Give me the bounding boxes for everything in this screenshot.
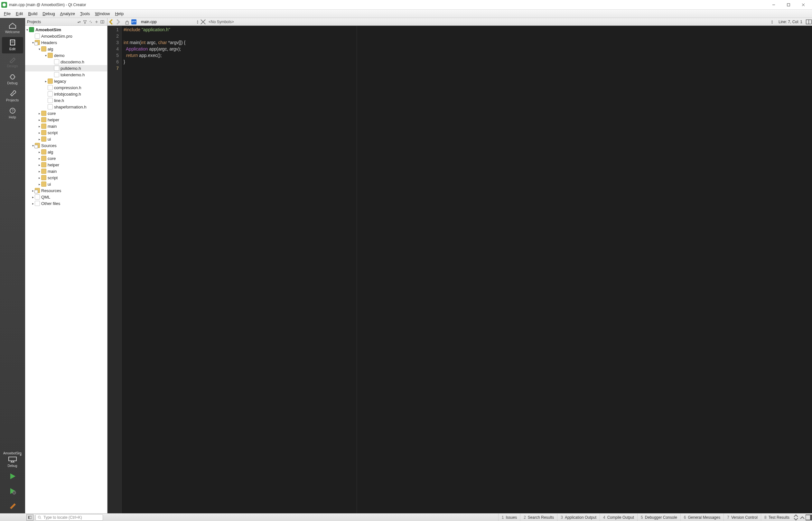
code-token: app(argc, argv); xyxy=(148,46,181,51)
mode-design[interactable]: Design xyxy=(2,54,23,70)
tree-resources[interactable]: ▸Resources xyxy=(25,187,107,194)
tree-headers[interactable]: ▾Headers xyxy=(25,39,107,46)
project-tree[interactable]: ▾AmoebotSim ▸AmoebotSim.pro ▾Headers ▾al… xyxy=(25,26,107,513)
tree-other[interactable]: ▸Other files xyxy=(25,200,107,207)
tree-qml[interactable]: ▸QML xyxy=(25,194,107,200)
run-button[interactable] xyxy=(3,470,22,482)
line-number: 3 xyxy=(108,39,119,46)
pane-compile-output[interactable]: 4Compile Output xyxy=(600,514,637,521)
tree-sources[interactable]: ▾Sources xyxy=(25,142,107,149)
mode-debug-label: Debug xyxy=(7,81,17,85)
menu-edit[interactable]: Edit xyxy=(13,10,25,18)
tree-file-pulldemo[interactable]: pulldemo.h xyxy=(25,65,107,71)
tree-pro-file[interactable]: ▸AmoebotSim.pro xyxy=(25,33,107,39)
tree-file-infobjcoating[interactable]: infobjcoating.h xyxy=(25,91,107,97)
tree-legacy[interactable]: ▸legacy xyxy=(25,78,107,84)
tree-s-core[interactable]: ▸core xyxy=(25,155,107,162)
close-button[interactable] xyxy=(796,0,811,10)
column-marker xyxy=(357,26,357,513)
kit-selector[interactable]: AmoebotSim ▶ Debug xyxy=(2,450,23,469)
chevron-right-icon: ▶ xyxy=(20,453,22,456)
pane-label: Test Results xyxy=(769,515,789,520)
unlock-icon xyxy=(124,19,130,25)
tree-s-script-label: script xyxy=(48,175,58,180)
mode-welcome[interactable]: Welcome xyxy=(2,20,23,36)
filter-icon[interactable] xyxy=(82,19,88,25)
pane-collapse-button[interactable] xyxy=(793,514,799,521)
menubar: File Edit Build Debug Analyze Tools Wind… xyxy=(0,10,812,18)
line-column-indicator[interactable]: Line: 7, Col: 1 xyxy=(775,20,806,24)
tree-s-main[interactable]: ▸main xyxy=(25,168,107,175)
tree-file-line[interactable]: line.h xyxy=(25,97,107,104)
output-pane-tabs: 1Issues 2Search Results 3Application Out… xyxy=(498,514,812,521)
locator-input[interactable]: Type to locate (Ctrl+K) xyxy=(36,514,103,521)
tree-file-tokendemo[interactable]: tokendemo.h xyxy=(25,71,107,78)
pane-maximize-button[interactable] xyxy=(799,514,806,521)
minimize-button[interactable] xyxy=(766,0,781,10)
split-editor-button[interactable] xyxy=(806,19,812,25)
pane-general-messages[interactable]: 6General Messages xyxy=(680,514,723,521)
svg-rect-5 xyxy=(10,40,15,45)
menu-help[interactable]: Help xyxy=(112,10,126,18)
mode-debug[interactable]: Debug xyxy=(2,71,23,88)
menu-analyze[interactable]: Analyze xyxy=(58,10,77,18)
pane-debugger-console[interactable]: 5Debugger Console xyxy=(637,514,680,521)
code-editor[interactable]: 1 2 3 4 5 6 7 #include "application.h" i… xyxy=(108,26,812,513)
menu-build[interactable]: Build xyxy=(25,10,40,18)
pane-search-results[interactable]: 2Search Results xyxy=(520,514,557,521)
pane-num: 8 xyxy=(764,515,767,520)
nav-forward-button[interactable] xyxy=(115,18,122,25)
tree-main-label: main xyxy=(48,124,57,129)
pane-test-results[interactable]: 8Test Results xyxy=(761,514,793,521)
menu-window[interactable]: Window xyxy=(92,10,112,18)
add-icon[interactable] xyxy=(94,19,99,25)
editor-area: c++ main.cpp ▴▾ <No Symbols> ▴▾ Line: 7,… xyxy=(108,18,812,513)
tree-file-compression[interactable]: compression.h xyxy=(25,84,107,91)
right-sidebar-toggle[interactable] xyxy=(806,514,812,521)
tree-helper-label: helper xyxy=(48,117,59,122)
tree-s-script[interactable]: ▸script xyxy=(25,175,107,181)
sidebar-toggle-button[interactable] xyxy=(26,514,33,521)
mode-projects[interactable]: Projects xyxy=(2,88,23,105)
tree-s-helper[interactable]: ▸helper xyxy=(25,162,107,168)
header-file-icon xyxy=(54,66,59,71)
tree-ui[interactable]: ▸ui xyxy=(25,136,107,142)
tree-file-shapeformation[interactable]: shapeformation.h xyxy=(25,104,107,110)
readonly-toggle[interactable] xyxy=(124,19,130,25)
menu-file[interactable]: File xyxy=(1,10,13,18)
tree-helper[interactable]: ▸helper xyxy=(25,116,107,123)
menu-tools[interactable]: Tools xyxy=(77,10,92,18)
hammer-icon xyxy=(9,502,17,510)
tree-core[interactable]: ▸core xyxy=(25,110,107,116)
tree-qml-label: QML xyxy=(41,195,50,200)
split-view-icon[interactable] xyxy=(99,19,105,25)
tree-s-alg[interactable]: ▸alg xyxy=(25,149,107,155)
maximize-button[interactable] xyxy=(781,0,796,10)
menu-debug[interactable]: Debug xyxy=(40,10,57,18)
mode-projects-label: Projects xyxy=(6,98,19,102)
qml-folder-icon xyxy=(35,195,40,200)
tree-demo[interactable]: ▾demo xyxy=(25,52,107,59)
projects-header-label[interactable]: Projects xyxy=(27,20,77,24)
tree-alg-label: alg xyxy=(48,47,53,51)
pane-application-output[interactable]: 3Application Output xyxy=(557,514,600,521)
link-icon[interactable] xyxy=(88,19,94,25)
code-body[interactable]: #include "application.h" int main(int ar… xyxy=(122,26,812,513)
tree-alg[interactable]: ▾alg xyxy=(25,46,107,52)
tree-script[interactable]: ▸script xyxy=(25,129,107,136)
tree-root[interactable]: ▾AmoebotSim xyxy=(25,26,107,33)
close-file-button[interactable] xyxy=(200,19,206,25)
debug-run-button[interactable] xyxy=(3,485,22,497)
tree-s-ui[interactable]: ▸ui xyxy=(25,181,107,187)
nav-back-button[interactable] xyxy=(108,18,115,25)
symbol-selector[interactable]: <No Symbols> ▴▾ xyxy=(206,20,775,24)
build-button[interactable] xyxy=(3,500,22,512)
pane-issues[interactable]: 1Issues xyxy=(498,514,520,521)
tree-file-discodemo[interactable]: discodemo.h xyxy=(25,59,107,65)
open-file-selector[interactable]: main.cpp ▴▾ xyxy=(139,18,200,25)
pane-version-control[interactable]: 7Version Control xyxy=(723,514,761,521)
tree-main[interactable]: ▸main xyxy=(25,123,107,129)
mode-help[interactable]: ? Help xyxy=(2,105,23,122)
header-file-icon xyxy=(48,98,53,103)
mode-edit[interactable]: Edit xyxy=(2,37,23,53)
